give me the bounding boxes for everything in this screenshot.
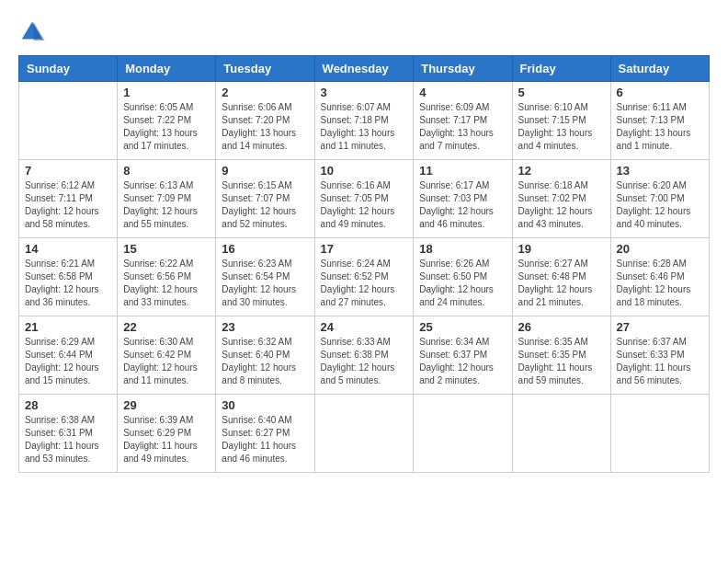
day-number: 27 [617, 320, 703, 334]
calendar-cell: 2Sunrise: 6:06 AM Sunset: 7:20 PM Daylig… [216, 82, 314, 160]
day-number: 22 [123, 320, 210, 334]
cell-content: Sunrise: 6:05 AM Sunset: 7:22 PM Dayligh… [123, 101, 210, 153]
day-number: 9 [222, 164, 308, 178]
day-number: 28 [25, 398, 111, 412]
cell-content: Sunrise: 6:38 AM Sunset: 6:31 PM Dayligh… [25, 414, 111, 465]
calendar-cell [414, 395, 512, 473]
calendar-week-row: 21Sunrise: 6:29 AM Sunset: 6:44 PM Dayli… [19, 316, 710, 395]
calendar-cell: 26Sunrise: 6:35 AM Sunset: 6:35 PM Dayli… [512, 316, 610, 395]
cell-content: Sunrise: 6:22 AM Sunset: 6:56 PM Dayligh… [123, 258, 210, 309]
calendar-cell: 23Sunrise: 6:32 AM Sunset: 6:40 PM Dayli… [216, 316, 314, 395]
calendar-cell: 1Sunrise: 6:05 AM Sunset: 7:22 PM Daylig… [118, 82, 216, 160]
cell-content: Sunrise: 6:23 AM Sunset: 6:54 PM Dayligh… [222, 258, 308, 309]
calendar-cell: 18Sunrise: 6:26 AM Sunset: 6:50 PM Dayli… [414, 238, 512, 316]
cell-content: Sunrise: 6:28 AM Sunset: 6:46 PM Dayligh… [617, 258, 703, 309]
calendar-week-row: 14Sunrise: 6:21 AM Sunset: 6:58 PM Dayli… [19, 238, 710, 316]
column-header-saturday: Saturday [610, 56, 709, 82]
cell-content: Sunrise: 6:29 AM Sunset: 6:44 PM Dayligh… [25, 336, 111, 387]
day-number: 20 [617, 242, 703, 256]
calendar-cell: 14Sunrise: 6:21 AM Sunset: 6:58 PM Dayli… [19, 238, 118, 316]
column-header-monday: Monday [118, 56, 216, 82]
calendar-cell: 21Sunrise: 6:29 AM Sunset: 6:44 PM Dayli… [19, 316, 118, 395]
cell-content: Sunrise: 6:15 AM Sunset: 7:07 PM Dayligh… [222, 179, 308, 231]
calendar-table: SundayMondayTuesdayWednesdayThursdayFrid… [18, 55, 710, 473]
day-number: 12 [518, 164, 605, 178]
day-number: 18 [419, 242, 506, 256]
day-number: 10 [321, 164, 408, 178]
page-header [18, 18, 710, 46]
calendar-cell: 27Sunrise: 6:37 AM Sunset: 6:33 PM Dayli… [610, 316, 709, 395]
cell-content: Sunrise: 6:24 AM Sunset: 6:52 PM Dayligh… [321, 258, 408, 309]
column-header-sunday: Sunday [19, 56, 118, 82]
cell-content: Sunrise: 6:37 AM Sunset: 6:33 PM Dayligh… [617, 336, 703, 387]
day-number: 23 [222, 320, 308, 334]
cell-content: Sunrise: 6:11 AM Sunset: 7:13 PM Dayligh… [617, 101, 703, 153]
cell-content: Sunrise: 6:40 AM Sunset: 6:27 PM Dayligh… [222, 414, 308, 465]
cell-content: Sunrise: 6:12 AM Sunset: 7:11 PM Dayligh… [25, 179, 111, 231]
calendar-cell [610, 395, 709, 473]
calendar-cell: 25Sunrise: 6:34 AM Sunset: 6:37 PM Dayli… [414, 316, 512, 395]
calendar-week-row: 1Sunrise: 6:05 AM Sunset: 7:22 PM Daylig… [19, 82, 710, 160]
cell-content: Sunrise: 6:27 AM Sunset: 6:48 PM Dayligh… [518, 258, 605, 309]
day-number: 13 [617, 164, 703, 178]
calendar-cell: 29Sunrise: 6:39 AM Sunset: 6:29 PM Dayli… [118, 395, 216, 473]
day-number: 11 [419, 164, 506, 178]
calendar-cell: 16Sunrise: 6:23 AM Sunset: 6:54 PM Dayli… [216, 238, 314, 316]
cell-content: Sunrise: 6:13 AM Sunset: 7:09 PM Dayligh… [123, 179, 210, 231]
calendar-cell: 15Sunrise: 6:22 AM Sunset: 6:56 PM Dayli… [118, 238, 216, 316]
logo [18, 18, 50, 46]
calendar-week-row: 28Sunrise: 6:38 AM Sunset: 6:31 PM Dayli… [19, 395, 710, 473]
calendar-cell: 30Sunrise: 6:40 AM Sunset: 6:27 PM Dayli… [216, 395, 314, 473]
cell-content: Sunrise: 6:34 AM Sunset: 6:37 PM Dayligh… [419, 336, 506, 387]
cell-content: Sunrise: 6:09 AM Sunset: 7:17 PM Dayligh… [419, 101, 506, 153]
day-number: 5 [518, 86, 605, 99]
day-number: 19 [518, 242, 605, 256]
day-number: 15 [123, 242, 210, 256]
cell-content: Sunrise: 6:32 AM Sunset: 6:40 PM Dayligh… [222, 336, 308, 387]
cell-content: Sunrise: 6:10 AM Sunset: 7:15 PM Dayligh… [518, 101, 605, 153]
calendar-cell: 5Sunrise: 6:10 AM Sunset: 7:15 PM Daylig… [512, 82, 610, 160]
day-number: 17 [321, 242, 408, 256]
day-number: 14 [25, 242, 111, 256]
calendar-cell: 17Sunrise: 6:24 AM Sunset: 6:52 PM Dayli… [314, 238, 414, 316]
cell-content: Sunrise: 6:06 AM Sunset: 7:20 PM Dayligh… [222, 101, 308, 153]
calendar-cell: 11Sunrise: 6:17 AM Sunset: 7:03 PM Dayli… [414, 160, 512, 238]
cell-content: Sunrise: 6:33 AM Sunset: 6:38 PM Dayligh… [321, 336, 408, 387]
column-header-friday: Friday [512, 56, 610, 82]
day-number: 7 [25, 164, 111, 178]
cell-content: Sunrise: 6:30 AM Sunset: 6:42 PM Dayligh… [123, 336, 210, 387]
calendar-cell [314, 395, 414, 473]
cell-content: Sunrise: 6:39 AM Sunset: 6:29 PM Dayligh… [123, 414, 210, 465]
cell-content: Sunrise: 6:20 AM Sunset: 7:00 PM Dayligh… [617, 179, 703, 231]
calendar-cell: 20Sunrise: 6:28 AM Sunset: 6:46 PM Dayli… [610, 238, 709, 316]
calendar-cell: 24Sunrise: 6:33 AM Sunset: 6:38 PM Dayli… [314, 316, 414, 395]
calendar-cell: 4Sunrise: 6:09 AM Sunset: 7:17 PM Daylig… [414, 82, 512, 160]
day-number: 2 [222, 86, 308, 99]
column-header-wednesday: Wednesday [314, 56, 414, 82]
calendar-cell: 12Sunrise: 6:18 AM Sunset: 7:02 PM Dayli… [512, 160, 610, 238]
day-number: 21 [25, 320, 111, 334]
logo-icon [18, 18, 46, 46]
day-number: 24 [321, 320, 408, 334]
cell-content: Sunrise: 6:26 AM Sunset: 6:50 PM Dayligh… [419, 258, 506, 309]
calendar-week-row: 7Sunrise: 6:12 AM Sunset: 7:11 PM Daylig… [19, 160, 710, 238]
cell-content: Sunrise: 6:17 AM Sunset: 7:03 PM Dayligh… [419, 179, 506, 231]
cell-content: Sunrise: 6:07 AM Sunset: 7:18 PM Dayligh… [321, 101, 408, 153]
column-header-tuesday: Tuesday [216, 56, 314, 82]
column-header-thursday: Thursday [414, 56, 512, 82]
calendar-cell: 22Sunrise: 6:30 AM Sunset: 6:42 PM Dayli… [118, 316, 216, 395]
cell-content: Sunrise: 6:16 AM Sunset: 7:05 PM Dayligh… [321, 179, 408, 231]
day-number: 29 [123, 398, 210, 412]
cell-content: Sunrise: 6:35 AM Sunset: 6:35 PM Dayligh… [518, 336, 605, 387]
calendar-cell: 19Sunrise: 6:27 AM Sunset: 6:48 PM Dayli… [512, 238, 610, 316]
calendar-header-row: SundayMondayTuesdayWednesdayThursdayFrid… [19, 56, 710, 82]
day-number: 6 [617, 86, 703, 99]
calendar-cell [512, 395, 610, 473]
calendar-cell: 28Sunrise: 6:38 AM Sunset: 6:31 PM Dayli… [19, 395, 118, 473]
day-number: 1 [123, 86, 210, 99]
svg-marker-1 [34, 22, 45, 40]
day-number: 26 [518, 320, 605, 334]
calendar-cell: 9Sunrise: 6:15 AM Sunset: 7:07 PM Daylig… [216, 160, 314, 238]
calendar-cell: 3Sunrise: 6:07 AM Sunset: 7:18 PM Daylig… [314, 82, 414, 160]
calendar-cell: 13Sunrise: 6:20 AM Sunset: 7:00 PM Dayli… [610, 160, 709, 238]
